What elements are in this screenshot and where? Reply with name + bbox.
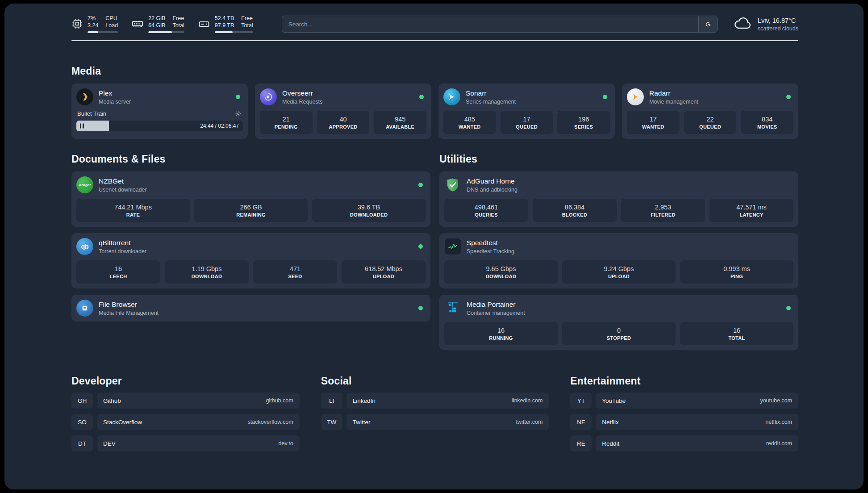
bookmark-url: github.com	[266, 397, 293, 404]
status-dot	[236, 95, 240, 99]
card-overseerr[interactable]: Overseerr Media Requests 21PENDING40APPR…	[255, 84, 431, 139]
stats-row: 498,461QUERIES86,384BLOCKED2,953FILTERED…	[444, 199, 793, 222]
stat-label: STOPPED	[607, 335, 631, 341]
bookmark-url: dev.to	[279, 440, 293, 447]
stat-label: LEECH	[110, 274, 127, 279]
playback-progress-bar[interactable]: 24:44 / 02:06:47	[76, 121, 243, 131]
bookmark-url: reddit.com	[766, 440, 792, 447]
stat-seed: 471SEED	[253, 260, 337, 284]
section-heading-documents: Documents & Files	[71, 153, 430, 165]
bookmark-abbr-tile[interactable]: TW	[321, 414, 342, 430]
stat-wanted: 485WANTED	[443, 111, 496, 134]
app-name: NZBGet	[99, 177, 413, 185]
memory-free: 22 GiB	[148, 15, 165, 21]
bookmark-abbr-tile[interactable]: DT	[71, 435, 93, 451]
app-subtitle: Movie management	[649, 99, 781, 105]
playback-time: 24:44 / 02:06:47	[200, 123, 239, 129]
weather-widget[interactable]: Lviv, 16.87°C scattered clouds	[733, 16, 798, 33]
app-name: Radarr	[649, 89, 781, 97]
stat-label: AVAILABLE	[386, 124, 414, 130]
memory-ram-icon	[131, 18, 144, 32]
memory-text: 22 GiB Free 64 GiB Total	[148, 15, 184, 33]
bookmark-link[interactable]: Githubgithub.com	[97, 393, 300, 409]
disk-total: 97.9 TB	[215, 22, 234, 29]
bookmark-row: DTDEVdev.to	[71, 435, 300, 451]
card-titles: AdGuard Home DNS and adblocking	[467, 177, 793, 193]
topbar-divider	[71, 40, 798, 41]
bookmark-link[interactable]: StackOverflowstackoverflow.com	[97, 414, 300, 430]
card-radarr[interactable]: Radarr Movie management 17WANTED22QUEUED…	[622, 84, 798, 139]
stat-label: WANTED	[642, 124, 664, 130]
bookmark-link[interactable]: Netflixnetflix.com	[596, 414, 798, 430]
bookmark-name: Reddit	[602, 440, 619, 447]
bookmark-abbr-tile[interactable]: YT	[570, 393, 592, 409]
bookmark-link[interactable]: Redditreddit.com	[596, 435, 798, 451]
bookmark-abbr-tile[interactable]: GH	[71, 393, 93, 409]
section-media: Media Plex Media server Bullet Train	[71, 65, 798, 139]
bookmark-abbr-tile[interactable]: NF	[570, 414, 592, 430]
card-plex[interactable]: Plex Media server Bullet Train 24:44 / 0…	[71, 84, 248, 139]
stat-label: MOVIES	[757, 124, 777, 130]
links-entertainment: Entertainment YTYouTubeyoutube.comNFNetf…	[570, 375, 798, 451]
search-bar: G	[282, 16, 718, 33]
bookmark-name: Twitter	[353, 419, 371, 426]
card-filebrowser[interactable]: File Browser Media File Management	[71, 295, 430, 322]
stat-value: 485	[464, 116, 475, 123]
settings-gear-icon[interactable]	[234, 109, 242, 117]
stat-value: 834	[762, 116, 772, 123]
filebrowser-icon	[76, 300, 93, 317]
stats-row: 485WANTED17QUEUED196SERIES	[443, 111, 610, 134]
pause-icon[interactable]	[80, 124, 84, 129]
cpu-label-top: CPU	[105, 15, 118, 21]
stat-value: 1.19 Gbps	[192, 265, 222, 272]
stat-label: QUEUED	[516, 124, 538, 130]
stat-value: 47.571 ms	[736, 204, 767, 211]
bookmark-link[interactable]: DEVdev.to	[97, 435, 300, 451]
stat-remaining: 266 GBREMAINING	[194, 199, 308, 222]
memory-total: 64 GiB	[148, 22, 165, 29]
bookmark-abbr-tile[interactable]: SO	[71, 414, 93, 430]
bookmark-list: YTYouTubeyoutube.comNFNetflixnetflix.com…	[570, 393, 798, 451]
disk-widget: 52.4 TB Free 97.9 TB Total	[198, 15, 253, 33]
bookmark-abbr-tile[interactable]: LI	[321, 393, 342, 409]
stat-label: QUERIES	[475, 212, 498, 217]
app-subtitle: Media Requests	[282, 99, 414, 105]
card-header: Speedtest Speedtest Tracking	[444, 238, 793, 255]
stat-label: RATE	[126, 212, 140, 217]
cpu-load-avg: 3.24	[88, 22, 98, 29]
card-portainer[interactable]: Media Portainer Container management 16R…	[439, 295, 798, 350]
stat-label: BLOCKED	[562, 212, 588, 217]
stat-label: PING	[730, 274, 743, 279]
card-titles: File Browser Media File Management	[99, 301, 413, 316]
stat-label: QUEUED	[699, 124, 721, 130]
status-dot	[603, 95, 607, 99]
card-nzbget[interactable]: nzbget NZBGet Usenet downloader 744.21 M…	[71, 171, 430, 227]
memory-widget: 22 GiB Free 64 GiB Total	[131, 15, 184, 33]
stat-label: DOWNLOADED	[350, 212, 388, 217]
adguard-shield-icon	[444, 176, 461, 193]
stat-value: 9.65 Gbps	[486, 265, 516, 272]
bookmark-link[interactable]: YouTubeyoutube.com	[596, 393, 798, 409]
card-speedtest[interactable]: Speedtest Speedtest Tracking 9.65 GbpsDO…	[439, 233, 798, 288]
bookmark-abbr-tile[interactable]: RE	[570, 435, 592, 451]
bookmark-link[interactable]: Twittertwitter.com	[346, 414, 549, 430]
app-name: File Browser	[99, 301, 413, 309]
stat-movies: 834MOVIES	[741, 111, 793, 134]
bookmark-name: LinkedIn	[353, 397, 376, 404]
overseerr-icon	[260, 88, 277, 105]
bookmark-link[interactable]: LinkedInlinkedin.com	[346, 393, 549, 409]
weather-condition: scattered clouds	[758, 25, 798, 32]
stat-blocked: 86,384BLOCKED	[533, 199, 617, 222]
card-qbittorrent[interactable]: qb qBittorrent Torrent downloader 16LEEC…	[71, 233, 430, 288]
cpu-chip-icon	[71, 18, 83, 31]
app-subtitle: Media File Management	[99, 310, 413, 316]
app-subtitle: Container management	[467, 310, 781, 316]
app-name: Overseerr	[282, 89, 414, 97]
stat-label: DOWNLOAD	[192, 274, 222, 279]
search-input[interactable]	[282, 16, 698, 32]
links-heading-social: Social	[321, 375, 549, 387]
card-adguard[interactable]: AdGuard Home DNS and adblocking 498,461Q…	[439, 171, 798, 227]
card-sonarr[interactable]: Sonarr Series management 485WANTED17QUEU…	[438, 84, 615, 139]
stat-latency: 47.571 msLATENCY	[709, 199, 793, 222]
search-engine-button[interactable]: G	[698, 16, 717, 32]
